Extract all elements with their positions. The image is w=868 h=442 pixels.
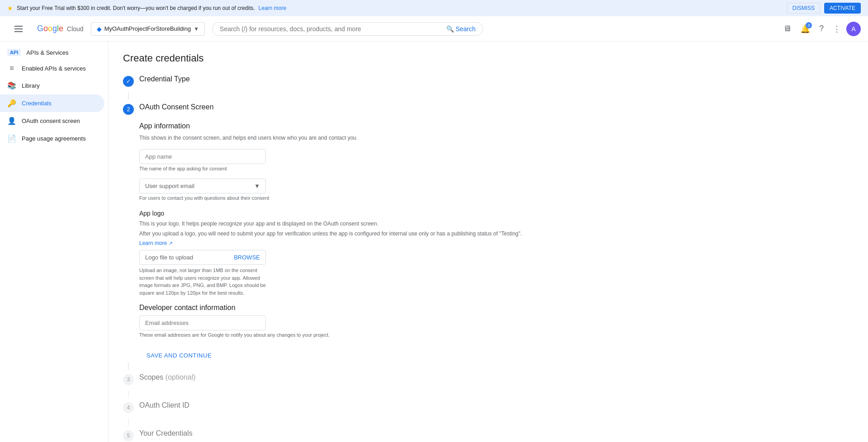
app-logo-desc2: After you upload a logo, you will need t… [139, 230, 854, 238]
app-name-field: The name of the app asking for consent [139, 149, 854, 171]
hamburger-icon [11, 22, 26, 36]
step-1-circle: ✓ [123, 76, 134, 87]
notifications-container: 🔔 3 [797, 20, 814, 38]
step-4: 4 OAuth Client ID [123, 401, 854, 413]
cloud-label: Cloud [67, 25, 84, 33]
sidebar-item-label: Enabled APIs & services [22, 65, 86, 72]
more-options-button[interactable]: ⋮ [829, 20, 844, 38]
sidebar-item-label: Credentials [22, 100, 52, 107]
step-2-form: App information This shows in the consen… [139, 122, 854, 362]
logo-upload-placeholder: Logo file to upload [145, 254, 193, 261]
library-icon: 📚 [7, 81, 16, 90]
step-1-section: ✓ Credential Type [123, 75, 854, 99]
app-name-hint: The name of the app asking for consent [139, 166, 854, 171]
email-input[interactable] [139, 315, 266, 330]
step-1-title: Credential Type [139, 75, 190, 83]
logo: Google Cloud [37, 24, 84, 33]
save-continue-button[interactable]: SAVE AND CONTINUE [139, 348, 219, 362]
banner-text: Start your Free Trial with $300 in credi… [17, 5, 255, 11]
email-hint: These email addresses are for Google to … [139, 332, 854, 338]
star-icon: ★ [7, 5, 13, 12]
hamburger-menu[interactable] [7, 19, 30, 39]
sidebar-item-label: Page usage agreements [22, 135, 86, 142]
external-link-icon: ↗ [169, 240, 173, 246]
oauth-icon: 👤 [7, 117, 16, 125]
search-icon: 🔍 [446, 25, 454, 33]
enabled-apis-icon: ≡ [7, 64, 16, 72]
step-2-section: 2 OAuth Consent Screen App information T… [123, 103, 854, 370]
step-5: 5 Your Credentials [123, 429, 854, 441]
project-name: MyOAuthProjectForStoreBuilding [104, 25, 191, 32]
sidebar-header: API APIs & Services [0, 45, 108, 60]
display-settings-button[interactable]: 🖥 [779, 20, 795, 37]
help-button[interactable]: ? [816, 20, 827, 37]
app-logo-desc1: This is your logo. It helps people recog… [139, 220, 854, 228]
chevron-down-icon: ▼ [193, 26, 199, 32]
app-body: API APIs & Services ≡ Enabled APIs & ser… [0, 42, 868, 442]
step-4-section: 4 OAuth Client ID [123, 401, 854, 426]
app-name-input[interactable] [139, 149, 266, 164]
step-3-title: Scopes (optional) [139, 373, 196, 381]
step-4-connector [128, 418, 129, 426]
step-5-title: Your Credentials [139, 429, 193, 437]
avatar[interactable]: A [846, 22, 861, 36]
search-input[interactable] [220, 25, 443, 33]
app-logo-learn-more[interactable]: Learn more [139, 240, 167, 246]
step-3-connector [128, 390, 129, 398]
project-selector[interactable]: ◆ MyOAuthProjectForStoreBuilding ▼ [91, 22, 205, 36]
header-right: 🖥 🔔 3 ? ⋮ A [779, 20, 861, 38]
step-5-circle: 5 [123, 430, 134, 441]
learn-more-link[interactable]: Learn more [259, 5, 286, 11]
page-usage-icon: 📄 [7, 134, 16, 143]
step-5-section: 5 Your Credentials [123, 429, 854, 441]
sidebar-item-oauth-consent[interactable]: 👤 OAuth consent screen [0, 112, 104, 130]
step-1-connector [128, 92, 129, 99]
sidebar-item-credentials[interactable]: 🔑 Credentials [0, 94, 104, 112]
step-4-circle: 4 [123, 402, 134, 413]
step-3: 3 Scopes (optional) [123, 373, 854, 385]
sidebar-item-label: OAuth consent screen [22, 118, 80, 124]
sidebar-service-title: APIs & Services [26, 49, 68, 56]
step-2-connector [128, 362, 129, 370]
browse-button[interactable]: BROWSE [234, 254, 260, 261]
upload-hint: Upload an image, not larger than 1MB on … [139, 267, 266, 296]
sidebar-item-page-usage[interactable]: 📄 Page usage agreements [0, 130, 104, 147]
google-logo: Google [37, 24, 63, 33]
top-banner: ★ Start your Free Trial with $300 in cre… [0, 0, 868, 16]
sidebar-item-enabled-apis[interactable]: ≡ Enabled APIs & services [0, 60, 104, 77]
user-support-placeholder: User support email [145, 183, 194, 189]
sidebar-item-library[interactable]: 📚 Library [0, 77, 104, 94]
user-support-hint: For users to contact you with questions … [139, 195, 854, 201]
main-content: Create credentials ✓ Credential Type 2 O… [108, 42, 868, 442]
notifications-button[interactable]: 🔔 [797, 20, 814, 38]
display-icon: 🖥 [783, 24, 791, 33]
activate-button[interactable]: ACTIVATE [824, 3, 861, 14]
page-title: Create credentials [123, 52, 854, 64]
notification-badge: 3 [806, 22, 812, 28]
step-3-section: 3 Scopes (optional) [123, 373, 854, 398]
step-4-title: OAuth Client ID [139, 401, 189, 409]
app-logo-title: App logo [139, 210, 854, 217]
step-2-title: OAuth Consent Screen [139, 103, 214, 111]
app-info-desc: This shows in the consent screen, and he… [139, 134, 854, 142]
help-icon: ? [819, 24, 824, 33]
more-icon: ⋮ [833, 24, 841, 34]
email-field: These email addresses are for Google to … [139, 315, 854, 338]
sidebar-item-label: Library [22, 82, 40, 89]
step-2-circle: 2 [123, 104, 134, 115]
step-3-circle: 3 [123, 374, 134, 385]
dev-contact-title: Developer contact information [139, 304, 854, 312]
dismiss-button[interactable]: DISMISS [787, 3, 821, 14]
user-support-field: User support email ▼ For users to contac… [139, 179, 854, 201]
project-icon: ◆ [97, 25, 102, 33]
sidebar: API APIs & Services ≡ Enabled APIs & ser… [0, 42, 108, 442]
search-bar: 🔍 Search [212, 22, 483, 36]
api-badge: API [7, 49, 21, 56]
search-button[interactable]: 🔍 Search [446, 25, 476, 33]
credentials-icon: 🔑 [7, 99, 16, 108]
header: Google Cloud ◆ MyOAuthProjectForStoreBui… [0, 16, 868, 42]
search-label: Search [456, 25, 476, 33]
user-support-select[interactable]: User support email ▼ [139, 179, 266, 193]
step-1: ✓ Credential Type [123, 75, 854, 87]
logo-upload-area: Logo file to upload BROWSE [139, 250, 266, 265]
